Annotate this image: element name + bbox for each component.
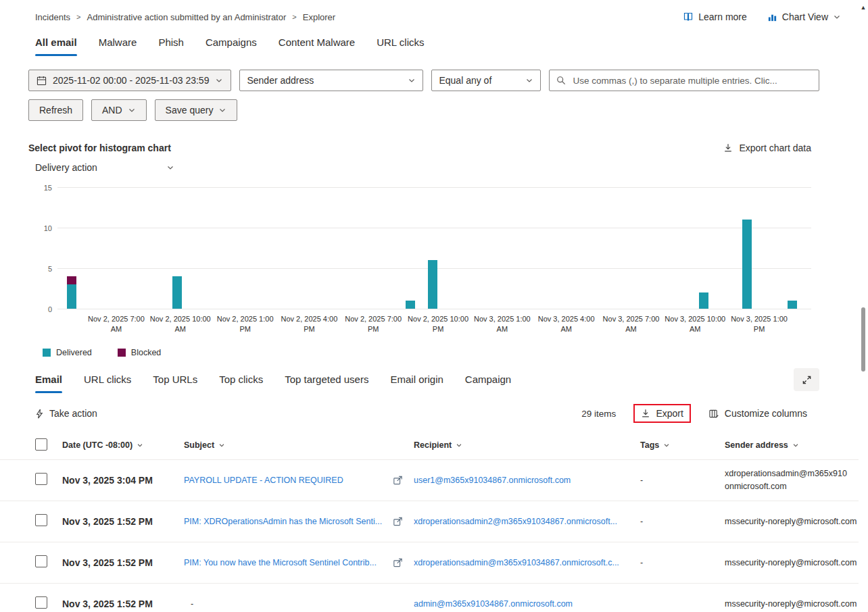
chart-bar[interactable]: [699, 292, 708, 309]
recipient-link[interactable]: xdroperationsadmin@m365x91034867.onmicro…: [414, 558, 631, 567]
customize-columns-button[interactable]: Customize columns: [708, 408, 807, 419]
recipient-link[interactable]: user1@m365x91034867.onmicrosoft.com: [414, 476, 631, 485]
chart-bar[interactable]: [172, 276, 182, 309]
external-link-icon[interactable]: [393, 517, 403, 526]
row-tags: -: [640, 517, 725, 526]
learn-more-label: Learn more: [698, 11, 747, 22]
email-table: Date (UTC -08:00) Subject Recipient Tags…: [0, 431, 868, 612]
vertical-scrollbar[interactable]: ▲: [859, 0, 868, 612]
chevron-down-icon: [218, 106, 226, 114]
chart-y-tick-label: 15: [34, 184, 52, 192]
lightning-icon: [35, 409, 44, 419]
breadcrumb-item-explorer: Explorer: [303, 12, 335, 22]
legend-item-delivered[interactable]: Delivered: [43, 348, 92, 357]
subject-link[interactable]: PIM: You now have the Microsoft Sentinel…: [184, 558, 377, 567]
tab-top-targeted-users[interactable]: Top targeted users: [285, 374, 368, 393]
breadcrumb-item-incidents[interactable]: Incidents: [35, 12, 70, 22]
row-date: Nov 3, 2025 1:52 PM: [62, 598, 184, 609]
pivot-select[interactable]: Delivery action: [35, 162, 174, 173]
column-header-sender[interactable]: Sender address: [725, 440, 868, 450]
chart-y-tick-label: 10: [34, 224, 52, 232]
tab-campaign[interactable]: Campaign: [465, 374, 511, 393]
column-header-subject[interactable]: Subject: [184, 440, 414, 450]
tab-email[interactable]: Email: [35, 374, 62, 393]
chart-x-tick-label: Nov 2, 2025 10:00 PM: [406, 314, 471, 334]
filter-value-input[interactable]: [571, 75, 812, 86]
tab-email-origin[interactable]: Email origin: [390, 374, 443, 393]
calendar-icon: [37, 76, 47, 86]
row-checkbox[interactable]: [35, 473, 47, 485]
refresh-label: Refresh: [39, 105, 72, 116]
filter-bar: 2025-11-02 00:00 - 2025-11-03 23:59 Send…: [28, 70, 819, 91]
chart-bar[interactable]: [788, 301, 797, 309]
tab-malware[interactable]: Malware: [99, 36, 137, 56]
scrollbar-thumb[interactable]: [861, 307, 865, 372]
date-range-picker[interactable]: 2025-11-02 00:00 - 2025-11-03 23:59: [28, 70, 231, 91]
row-checkbox[interactable]: [35, 555, 47, 567]
tab-all-email[interactable]: All email: [35, 36, 77, 56]
pivot-select-value: Delivery action: [35, 162, 97, 173]
tab-url-clicks-results[interactable]: URL clicks: [84, 374, 131, 393]
chart-legend: Delivered Blocked: [43, 348, 868, 357]
tab-content-malware[interactable]: Content Malware: [279, 36, 355, 56]
column-header-date[interactable]: Date (UTC -08:00): [62, 440, 184, 450]
column-header-recipient[interactable]: Recipient: [414, 440, 640, 450]
export-chart-data-button[interactable]: Export chart data: [723, 143, 811, 153]
chart-gridline: [57, 309, 811, 309]
row-checkbox[interactable]: [35, 514, 47, 526]
external-link-icon[interactable]: -: [191, 599, 193, 609]
and-dropdown-button[interactable]: AND: [91, 99, 147, 121]
chart-bar[interactable]: [742, 220, 752, 309]
legend-swatch: [118, 349, 126, 357]
tab-campaigns[interactable]: Campaigns: [206, 36, 257, 56]
filter-field-select[interactable]: Sender address: [239, 70, 423, 91]
external-link-icon[interactable]: [393, 558, 403, 567]
recipient-link[interactable]: admin@m365x91034867.onmicrosoft.com: [414, 599, 631, 609]
column-header-tags[interactable]: Tags: [640, 440, 725, 450]
bar-chart-icon: [767, 12, 777, 22]
refresh-button[interactable]: Refresh: [28, 99, 83, 121]
table-row[interactable]: Nov 3, 2025 1:52 PM PIM: You now have th…: [0, 542, 868, 584]
chart-gridline: [57, 228, 811, 228]
customize-columns-label: Customize columns: [725, 408, 807, 419]
download-icon: [641, 409, 650, 418]
tab-url-clicks[interactable]: URL clicks: [377, 36, 424, 56]
save-query-button[interactable]: Save query: [155, 99, 238, 121]
learn-more-button[interactable]: Learn more: [683, 11, 747, 22]
table-row[interactable]: Nov 3, 2025 1:52 PM - admin@m365x9103486…: [0, 584, 868, 612]
filter-operator-select[interactable]: Equal any of: [431, 70, 541, 91]
external-link-icon[interactable]: [393, 476, 403, 485]
explorer-page: Incidents > Administrative action submit…: [0, 0, 868, 612]
chart-view-button[interactable]: Chart View: [767, 11, 841, 22]
chart-y-tick-label: 0: [34, 305, 52, 313]
breadcrumb-separator: >: [292, 13, 296, 21]
subject-link[interactable]: PIM: XDROperationsAdmin has the Microsof…: [184, 517, 382, 526]
export-button[interactable]: Export: [641, 408, 683, 419]
table-header: Date (UTC -08:00) Subject Recipient Tags…: [0, 431, 868, 460]
row-checkbox[interactable]: [35, 596, 47, 609]
chart-bar[interactable]: [406, 301, 415, 309]
chart-bar[interactable]: [428, 260, 437, 309]
chevron-down-icon: [525, 76, 533, 84]
tab-top-clicks[interactable]: Top clicks: [219, 374, 263, 393]
table-row[interactable]: Nov 3, 2025 1:52 PM PIM: XDROperationsAd…: [0, 501, 868, 542]
tab-top-urls[interactable]: Top URLs: [153, 374, 197, 393]
recipient-link[interactable]: xdroperationsadmin2@m365x91034867.onmicr…: [414, 517, 631, 526]
scroll-up-icon[interactable]: ▲: [859, 4, 868, 11]
chevron-down-icon: [833, 13, 841, 21]
expand-button[interactable]: [794, 368, 819, 391]
chart-bar[interactable]: [67, 276, 76, 309]
row-sender: mssecurity-noreply@microsoft.com: [725, 515, 868, 528]
tab-phish[interactable]: Phish: [158, 36, 184, 56]
take-action-button[interactable]: Take action: [35, 408, 97, 419]
select-all-checkbox[interactable]: [35, 438, 47, 451]
chart-bar-segment-delivered: [699, 292, 708, 309]
subject-link[interactable]: PAYROLL UPDATE - ACTION REQUIRED: [184, 476, 343, 485]
chevron-down-icon: [792, 442, 799, 449]
table-row[interactable]: Nov 3, 2025 3:04 PM PAYROLL UPDATE - ACT…: [0, 460, 868, 501]
book-icon: [683, 11, 694, 22]
chart-view-label: Chart View: [782, 11, 828, 22]
expand-icon: [802, 375, 812, 385]
legend-item-blocked[interactable]: Blocked: [118, 348, 161, 357]
breadcrumb-item-incident-name[interactable]: Administrative action submitted by an Ad…: [87, 12, 286, 22]
